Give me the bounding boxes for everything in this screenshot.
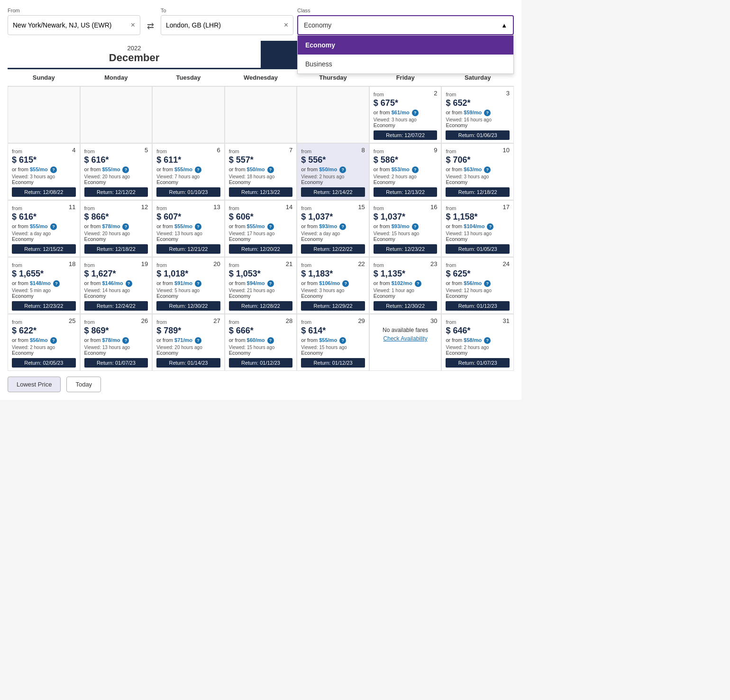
info-icon[interactable]: ? xyxy=(484,280,491,287)
table-row[interactable]: 29from$ 614*or from $55/mo ?Viewed: 15 h… xyxy=(297,314,369,371)
info-icon[interactable]: ? xyxy=(195,280,201,287)
from-input[interactable] xyxy=(13,21,129,29)
table-row[interactable]: 16from$ 1,037*or from $93/mo ?Viewed: 15… xyxy=(369,200,442,257)
table-row[interactable]: 6from$ 611*or from $55/mo ?Viewed: 7 hou… xyxy=(152,143,225,200)
to-input[interactable] xyxy=(166,21,282,29)
info-icon[interactable]: ? xyxy=(122,337,129,344)
class-select[interactable]: Economy ▲ xyxy=(297,15,514,35)
table-row[interactable]: 5from$ 616*or from $55/mo ?Viewed: 20 ho… xyxy=(80,143,153,200)
info-icon[interactable]: ? xyxy=(412,223,419,230)
return-button[interactable]: Return: 12/13/22 xyxy=(229,187,293,197)
class-option-economy[interactable]: Economy xyxy=(298,36,513,55)
monthly-link[interactable]: $59/mo xyxy=(464,110,482,115)
monthly-link[interactable]: $71/mo xyxy=(174,337,192,343)
info-icon[interactable]: ? xyxy=(487,223,493,230)
return-button[interactable]: Return: 12/28/22 xyxy=(229,301,293,311)
return-button[interactable]: Return: 02/05/23 xyxy=(12,358,76,368)
info-icon[interactable]: ? xyxy=(339,337,346,344)
info-icon[interactable]: ? xyxy=(50,166,57,173)
return-button[interactable]: Return: 12/15/22 xyxy=(12,244,76,254)
return-button[interactable]: Return: 01/12/23 xyxy=(446,301,510,311)
table-row[interactable]: 25from$ 622*or from $56/mo ?Viewed: 2 ho… xyxy=(8,314,80,371)
return-button[interactable]: Return: 12/22/22 xyxy=(301,244,365,254)
info-icon[interactable]: ? xyxy=(195,223,201,230)
info-icon[interactable]: ? xyxy=(484,110,491,116)
table-row[interactable]: 2from$ 675*or from $61/mo ?Viewed: 3 hou… xyxy=(369,86,442,143)
info-icon[interactable]: ? xyxy=(339,166,346,173)
info-icon[interactable]: ? xyxy=(267,337,274,344)
return-button[interactable]: Return: 12/24/22 xyxy=(84,301,148,311)
table-row[interactable]: 20from$ 1,018*or from $91/mo ?Viewed: 5 … xyxy=(152,257,225,314)
monthly-link[interactable]: $56/mo xyxy=(30,337,48,343)
return-button[interactable]: Return: 12/23/22 xyxy=(12,301,76,311)
table-row[interactable]: 21from$ 1,053*or from $94/mo ?Viewed: 21… xyxy=(225,257,297,314)
info-icon[interactable]: ? xyxy=(122,166,129,173)
table-row[interactable]: 9from$ 586*or from $53/mo ?Viewed: 2 hou… xyxy=(369,143,442,200)
return-button[interactable]: Return: 01/12/23 xyxy=(301,358,365,368)
monthly-link[interactable]: $55/mo xyxy=(102,166,120,172)
return-button[interactable]: Return: 12/13/22 xyxy=(374,187,438,197)
lowest-price-button[interactable]: Lowest Price xyxy=(8,377,61,392)
return-button[interactable]: Return: 12/23/22 xyxy=(374,244,438,254)
return-button[interactable]: Return: 01/05/23 xyxy=(446,244,510,254)
return-button[interactable]: Return: 12/30/22 xyxy=(156,301,220,311)
info-icon[interactable]: ? xyxy=(484,166,491,173)
monthly-link[interactable]: $104/mo xyxy=(464,223,484,229)
table-row[interactable]: 23from$ 1,135*or from $102/mo ?Viewed: 1… xyxy=(369,257,442,314)
return-button[interactable]: Return: 12/29/22 xyxy=(301,301,365,311)
return-button[interactable]: Return: 01/07/23 xyxy=(84,358,148,368)
table-row[interactable]: 18from$ 1,655*or from $148/mo ?Viewed: 5… xyxy=(8,257,80,314)
info-icon[interactable]: ? xyxy=(126,280,132,287)
monthly-link[interactable]: $55/mo xyxy=(174,166,192,172)
info-icon[interactable]: ? xyxy=(339,223,346,230)
table-row[interactable]: 4from$ 615*or from $55/mo ?Viewed: 3 hou… xyxy=(8,143,80,200)
monthly-link[interactable]: $78/mo xyxy=(102,223,120,229)
table-row[interactable]: 10from$ 706*or from $63/mo ?Viewed: 3 ho… xyxy=(441,143,514,200)
return-button[interactable]: Return: 01/14/23 xyxy=(156,358,220,368)
monthly-link[interactable]: $148/mo xyxy=(30,280,51,286)
monthly-link[interactable]: $56/mo xyxy=(464,280,482,286)
table-row[interactable]: 13from$ 607*or from $55/mo ?Viewed: 13 h… xyxy=(152,200,225,257)
monthly-link[interactable]: $53/mo xyxy=(392,166,410,172)
info-icon[interactable]: ? xyxy=(267,223,274,230)
info-icon[interactable]: ? xyxy=(50,223,57,230)
table-row[interactable]: 24from$ 625*or from $56/mo ?Viewed: 12 h… xyxy=(441,257,514,314)
monthly-link[interactable]: $55/mo xyxy=(30,166,48,172)
info-icon[interactable]: ? xyxy=(484,337,491,344)
table-row[interactable]: 15from$ 1,037*or from $93/mo ?Viewed: a … xyxy=(297,200,369,257)
monthly-link[interactable]: $146/mo xyxy=(102,280,123,286)
monthly-link[interactable]: $55/mo xyxy=(319,337,337,343)
monthly-link[interactable]: $91/mo xyxy=(174,280,192,286)
info-icon[interactable]: ? xyxy=(415,280,421,287)
monthly-link[interactable]: $78/mo xyxy=(102,337,120,343)
return-button[interactable]: Return: 12/30/22 xyxy=(374,301,438,311)
return-button[interactable]: Return: 01/06/23 xyxy=(446,130,510,140)
return-button[interactable]: Return: 12/08/22 xyxy=(12,187,76,197)
monthly-link[interactable]: $63/mo xyxy=(464,166,482,172)
monthly-link[interactable]: $50/mo xyxy=(247,166,265,172)
return-button[interactable]: Return: 12/20/22 xyxy=(229,244,293,254)
table-row[interactable]: 22from$ 1,183*or from $106/mo ?Viewed: 3… xyxy=(297,257,369,314)
monthly-link[interactable]: $102/mo xyxy=(392,280,412,286)
table-row[interactable]: 19from$ 1,627*or from $146/mo ?Viewed: 1… xyxy=(80,257,153,314)
info-icon[interactable]: ? xyxy=(122,223,129,230)
monthly-link[interactable]: $58/mo xyxy=(464,337,482,343)
table-row[interactable]: 17from$ 1,158*or from $104/mo ?Viewed: 1… xyxy=(441,200,514,257)
return-button[interactable]: Return: 12/18/22 xyxy=(446,187,510,197)
monthly-link[interactable]: $93/mo xyxy=(392,223,410,229)
table-row[interactable]: 8from$ 556*or from $50/mo ?Viewed: 2 hou… xyxy=(297,143,369,200)
info-icon[interactable]: ? xyxy=(195,166,201,173)
class-option-business[interactable]: Business xyxy=(298,55,513,74)
table-row[interactable]: 3from$ 652*or from $59/mo ?Viewed: 16 ho… xyxy=(441,86,514,143)
return-button[interactable]: Return: 12/07/22 xyxy=(374,130,438,140)
monthly-link[interactable]: $93/mo xyxy=(319,223,337,229)
month-december[interactable]: 2022 December xyxy=(8,41,261,69)
return-button[interactable]: Return: 01/07/23 xyxy=(446,358,510,368)
swap-button[interactable]: ⇄ xyxy=(144,18,157,34)
monthly-link[interactable]: $50/mo xyxy=(319,166,337,172)
today-button[interactable]: Today xyxy=(66,377,101,392)
info-icon[interactable]: ? xyxy=(342,280,349,287)
table-row[interactable]: 30No available faresCheck Availability xyxy=(369,314,442,371)
info-icon[interactable]: ? xyxy=(195,337,201,344)
info-icon[interactable]: ? xyxy=(412,110,419,116)
